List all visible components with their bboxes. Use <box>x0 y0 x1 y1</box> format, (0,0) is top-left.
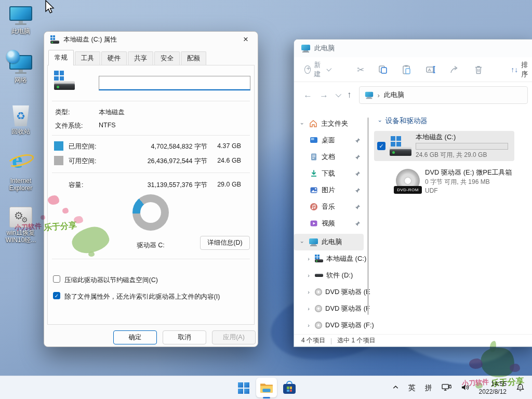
desktop-icon-internet-explorer[interactable]: e Internet Explorer <box>1 148 41 192</box>
explorer-titlebar[interactable]: 此电脑 <box>294 39 532 57</box>
drive-info: 24.6 GB 可用, 共 29.0 GB <box>416 151 511 159</box>
sidebar-item-documents[interactable]: 文档 <box>294 149 367 165</box>
expand-chevron-icon[interactable]: › <box>299 121 305 127</box>
desktop-icon-label: win11恢复WIN10经... <box>1 229 41 244</box>
file-item-dvd-e[interactable]: DVD-ROM DVD 驱动器 (E:) 微PE工具箱 0 字节 可用, 共 1… <box>374 165 514 196</box>
details-button[interactable]: 详细信息(D) <box>200 236 250 250</box>
navigation-pane: › 主文件夹 桌面 文档 下载 <box>294 109 367 334</box>
desktop-icon-network[interactable]: 网络 <box>1 55 41 84</box>
desktop-icon-label: 此电脑 <box>1 28 41 35</box>
sidebar-item-dvd-e[interactable]: › DVD 驱动器 (E <box>294 284 367 300</box>
explorer-navigation: ← → ↑ › 此电脑 <box>294 82 532 108</box>
copy-button[interactable] <box>378 64 388 75</box>
watermark-splatter <box>510 364 520 372</box>
compress-drive-label: 压缩此驱动器以节约磁盘空间(C) <box>64 276 158 285</box>
share-button[interactable] <box>449 64 460 75</box>
tab-general[interactable]: 常规 <box>48 50 74 65</box>
filesystem-label: 文件系统: <box>55 122 83 130</box>
sidebar-item-music[interactable]: 音乐 <box>294 198 367 215</box>
gears-icon: ⚙⚙ <box>9 207 32 228</box>
new-button[interactable]: 新建 <box>304 60 330 79</box>
ok-button[interactable]: 确定 <box>113 330 157 344</box>
desktop: 此电脑 网络 ♻ 回收站 e Internet Explorer ⚙⚙ win1… <box>0 0 532 399</box>
desktop-icon-win11-restore[interactable]: ⚙⚙ win11恢复WIN10经... <box>1 207 41 244</box>
sidebar-item-this-pc[interactable]: › 此电脑 <box>294 234 364 250</box>
sidebar-item-dvd-last[interactable]: › DVD 驱动器 (F:) <box>294 317 367 334</box>
file-item-local-disk-c[interactable]: ✓ 本地磁盘 (C:) 24.6 GB 可用, 共 29.0 GB <box>374 131 514 161</box>
compress-drive-checkbox[interactable] <box>53 275 60 283</box>
tab-tools[interactable]: 工具 <box>75 51 100 65</box>
dialog-title: 本地磁盘 (C:) 属性 <box>63 35 117 44</box>
cancel-button[interactable]: 取消 <box>163 330 206 344</box>
tab-quota[interactable]: 配额 <box>181 51 206 65</box>
ime-mode-button[interactable]: 拼 <box>425 383 432 393</box>
delete-button[interactable] <box>473 64 484 75</box>
desktop-icon-label: Internet Explorer <box>4 177 37 192</box>
plus-icon <box>304 65 311 74</box>
file-explorer-taskbar-button[interactable] <box>256 378 277 397</box>
desktop-icon-label: 回收站 <box>1 128 41 135</box>
sidebar-item-pictures[interactable]: 图片 <box>294 182 367 198</box>
desktop-folder-icon <box>310 136 318 144</box>
rename-button[interactable]: A <box>425 64 436 75</box>
microsoft-store-button[interactable] <box>281 380 298 396</box>
group-header-devices-and-drives[interactable]: › 设备和驱动器 <box>379 116 532 126</box>
mouse-cursor <box>45 0 56 16</box>
tab-security[interactable]: 安全 <box>154 51 180 65</box>
forward-button[interactable]: → <box>320 90 328 100</box>
sidebar-item-drive-d[interactable]: › 软件 (D:) <box>294 267 367 284</box>
collapse-chevron-icon[interactable]: › <box>377 120 383 122</box>
free-space-swatch <box>54 156 63 165</box>
start-button[interactable] <box>235 380 252 396</box>
explorer-body: › 主文件夹 桌面 文档 下载 <box>294 109 532 334</box>
tab-sharing[interactable]: 共享 <box>128 51 153 65</box>
explorer-toolbar: 新建 ✂ A ↑↓ 排序 <box>294 57 532 82</box>
free-space-bytes: 26,436,972,544 字节 <box>126 157 207 166</box>
index-contents-checkbox[interactable]: ✓ <box>53 292 60 299</box>
selected-checkbox[interactable]: ✓ <box>377 142 385 150</box>
sidebar-item-desktop[interactable]: 桌面 <box>294 132 367 149</box>
logo-square <box>238 389 243 394</box>
expand-chevron-icon[interactable]: › <box>305 272 312 278</box>
cut-button[interactable]: ✂ <box>357 64 364 75</box>
tab-hardware[interactable]: 硬件 <box>101 51 127 65</box>
expand-chevron-icon[interactable]: › <box>305 305 312 312</box>
clock[interactable]: 14:55 2022/8/12 <box>479 380 507 396</box>
paste-button[interactable] <box>402 64 412 75</box>
sidebar-item-videos[interactable]: 视频 <box>294 215 367 232</box>
address-bar[interactable]: › 此电脑 <box>359 86 528 104</box>
sort-button[interactable]: ↑↓ 排序 <box>511 60 528 79</box>
type-value: 本地磁盘 <box>99 108 125 117</box>
show-hidden-icons-button[interactable] <box>392 384 399 392</box>
sidebar-item-dvd-f[interactable]: › DVD 驱动器 (F <box>294 300 367 317</box>
volume-label-input[interactable] <box>99 76 250 90</box>
expand-chevron-icon[interactable]: › <box>299 239 305 245</box>
back-button[interactable]: ← <box>303 90 312 100</box>
sidebar-item-local-disk-c[interactable]: › 本地磁盘 (C:) <box>294 250 367 267</box>
desktop-icon-this-pc[interactable]: 此电脑 <box>1 6 41 35</box>
ime-language-button[interactable]: 英 <box>408 383 416 393</box>
expand-chevron-icon[interactable]: › <box>305 289 312 295</box>
apply-button[interactable]: 应用(A) <box>212 330 256 344</box>
pictures-icon <box>310 186 318 194</box>
disk-usage-pie-chart <box>132 194 169 231</box>
close-icon[interactable]: × <box>236 33 256 46</box>
up-button[interactable]: ↑ <box>347 90 352 100</box>
drive-c-icon <box>315 255 323 263</box>
network-icon[interactable] <box>442 383 451 393</box>
breadcrumb[interactable]: 此电脑 <box>384 90 404 100</box>
volume-icon[interactable] <box>461 383 470 393</box>
divider <box>52 101 250 101</box>
capacity-label: 容量: <box>69 181 83 190</box>
chevron-up-icon <box>392 384 399 391</box>
sidebar-item-downloads[interactable]: 下载 <box>294 165 367 182</box>
expand-chevron-icon[interactable]: › <box>305 322 312 328</box>
desktop-icon-recycle-bin[interactable]: ♻ 回收站 <box>1 105 41 135</box>
free-space-label: 可用空间: <box>69 157 96 166</box>
expand-chevron-icon[interactable]: › <box>305 256 312 262</box>
sidebar-item-home[interactable]: › 主文件夹 <box>294 115 367 132</box>
capacity-size: 29.0 GB <box>205 181 241 188</box>
notifications-bell-icon[interactable]: z <box>516 383 525 393</box>
recent-pages-chevron-icon[interactable] <box>336 91 341 97</box>
dialog-titlebar[interactable]: 本地磁盘 (C:) 属性 <box>44 32 258 47</box>
